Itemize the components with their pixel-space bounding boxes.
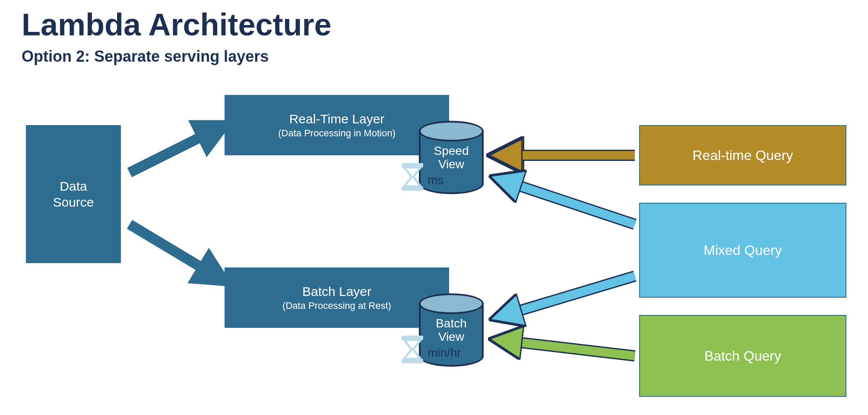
batch-layer-box: Batch Layer (Data Processing at Rest) [225, 267, 449, 328]
batch-query-box: Batch Query [639, 315, 846, 397]
realtime-layer-subtitle: (Data Processing in Motion) [278, 128, 395, 139]
realtime-query-label: Real-time Query [693, 148, 793, 163]
svg-line-9 [505, 341, 635, 356]
realtime-time-label: ms [428, 173, 444, 187]
arrow-source-to-batch [130, 224, 216, 276]
mixed-query-label: Mixed Query [703, 242, 782, 258]
svg-line-8 [505, 276, 635, 315]
batch-view-label: BatchView [419, 317, 484, 344]
arrow-mixed-to-batch [505, 276, 635, 315]
realtime-layer-title: Real-Time Layer [289, 112, 385, 126]
realtime-layer-box: Real-Time Layer (Data Processing in Moti… [225, 95, 449, 155]
batch-time-label: min/hr [428, 346, 461, 360]
page-title: Lambda Architecture [22, 7, 332, 42]
realtime-query-box: Real-time Query [639, 125, 846, 185]
mixed-query-box: Mixed Query [639, 203, 846, 298]
cylinder-top [419, 121, 484, 141]
data-source-box: DataSource [26, 125, 121, 263]
arrow-mixed-to-speed [505, 181, 635, 224]
svg-line-7 [505, 181, 635, 224]
cylinder-top [419, 293, 484, 314]
speed-view-label: SpeedView [419, 145, 484, 171]
arrow-batch-query-to-batch [505, 341, 635, 356]
batch-layer-title: Batch Layer [302, 284, 371, 299]
page-subtitle: Option 2: Separate serving layers [22, 47, 269, 66]
batch-query-label: Batch Query [704, 348, 781, 364]
arrow-source-to-realtime [130, 129, 216, 173]
batch-layer-subtitle: (Data Processing at Rest) [282, 300, 391, 311]
data-source-label: DataSource [53, 178, 94, 211]
diagram-page: Lambda Architecture Option 2: Separate s… [0, 0, 868, 415]
